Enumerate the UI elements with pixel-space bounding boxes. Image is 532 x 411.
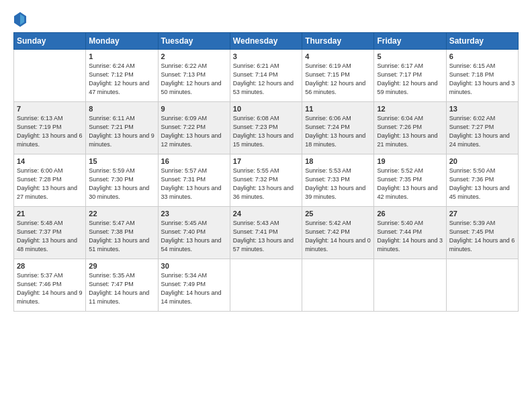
day-cell: 2Sunrise: 6:22 AMSunset: 7:13 PMDaylight… xyxy=(158,50,230,102)
day-cell xyxy=(374,259,446,312)
day-number: 14 xyxy=(17,157,83,165)
day-info: Sunrise: 6:22 AMSunset: 7:13 PMDaylight:… xyxy=(161,62,227,97)
day-info: Sunrise: 5:48 AMSunset: 7:37 PMDaylight:… xyxy=(17,219,83,254)
day-cell: 13Sunrise: 6:02 AMSunset: 7:27 PMDayligh… xyxy=(446,102,518,154)
calendar-page: SundayMondayTuesdayWednesdayThursdayFrid… xyxy=(0,0,532,318)
day-number: 28 xyxy=(17,262,83,270)
day-cell: 28Sunrise: 5:37 AMSunset: 7:46 PMDayligh… xyxy=(14,259,86,312)
week-row-3: 14Sunrise: 6:00 AMSunset: 7:28 PMDayligh… xyxy=(14,154,519,207)
day-number: 22 xyxy=(89,210,154,218)
day-info: Sunrise: 5:45 AMSunset: 7:40 PMDaylight:… xyxy=(161,219,227,254)
day-cell: 1Sunrise: 6:24 AMSunset: 7:12 PMDaylight… xyxy=(86,50,158,102)
day-cell: 27Sunrise: 5:39 AMSunset: 7:45 PMDayligh… xyxy=(446,207,518,259)
day-cell xyxy=(14,50,86,102)
day-cell: 22Sunrise: 5:47 AMSunset: 7:38 PMDayligh… xyxy=(86,207,158,259)
day-info: Sunrise: 5:59 AMSunset: 7:30 PMDaylight:… xyxy=(89,167,154,201)
day-number: 27 xyxy=(449,210,515,218)
day-number: 23 xyxy=(161,210,227,218)
day-info: Sunrise: 6:21 AMSunset: 7:14 PMDaylight:… xyxy=(233,62,299,97)
day-number: 21 xyxy=(17,210,83,218)
day-cell: 5Sunrise: 6:17 AMSunset: 7:17 PMDaylight… xyxy=(374,50,446,102)
day-info: Sunrise: 6:00 AMSunset: 7:28 PMDaylight:… xyxy=(17,167,83,201)
day-info: Sunrise: 5:47 AMSunset: 7:38 PMDaylight:… xyxy=(89,219,154,254)
day-number: 20 xyxy=(449,157,515,165)
day-info: Sunrise: 6:15 AMSunset: 7:18 PMDaylight:… xyxy=(449,62,515,97)
day-info: Sunrise: 6:02 AMSunset: 7:27 PMDaylight:… xyxy=(449,114,515,149)
day-number: 13 xyxy=(449,105,515,113)
day-info: Sunrise: 6:11 AMSunset: 7:21 PMDaylight:… xyxy=(89,114,154,149)
day-info: Sunrise: 6:24 AMSunset: 7:12 PMDaylight:… xyxy=(89,62,154,97)
day-info: Sunrise: 5:40 AMSunset: 7:44 PMDaylight:… xyxy=(377,219,443,254)
header-cell-tuesday: Tuesday xyxy=(158,33,230,50)
day-number: 16 xyxy=(161,157,227,165)
header-row: SundayMondayTuesdayWednesdayThursdayFrid… xyxy=(14,33,519,50)
day-info: Sunrise: 5:39 AMSunset: 7:45 PMDaylight:… xyxy=(449,219,515,254)
day-number: 9 xyxy=(161,105,227,113)
day-number: 2 xyxy=(161,52,227,60)
day-number: 12 xyxy=(377,105,443,113)
day-info: Sunrise: 5:34 AMSunset: 7:49 PMDaylight:… xyxy=(161,271,227,306)
day-number: 26 xyxy=(377,210,443,218)
day-number: 10 xyxy=(233,105,299,113)
day-cell: 11Sunrise: 6:06 AMSunset: 7:24 PMDayligh… xyxy=(302,102,374,154)
day-info: Sunrise: 5:43 AMSunset: 7:41 PMDaylight:… xyxy=(233,219,299,254)
day-cell: 12Sunrise: 6:04 AMSunset: 7:26 PMDayligh… xyxy=(374,102,446,154)
day-cell: 25Sunrise: 5:42 AMSunset: 7:42 PMDayligh… xyxy=(302,207,374,259)
day-number: 3 xyxy=(233,52,299,60)
day-cell xyxy=(446,259,518,312)
day-number: 7 xyxy=(17,105,83,113)
day-cell: 14Sunrise: 6:00 AMSunset: 7:28 PMDayligh… xyxy=(14,154,86,207)
day-number: 11 xyxy=(305,105,371,113)
day-number: 29 xyxy=(89,262,154,270)
week-row-1: 1Sunrise: 6:24 AMSunset: 7:12 PMDaylight… xyxy=(14,50,519,102)
day-cell: 30Sunrise: 5:34 AMSunset: 7:49 PMDayligh… xyxy=(158,259,230,312)
day-info: Sunrise: 5:35 AMSunset: 7:47 PMDaylight:… xyxy=(89,271,154,306)
day-info: Sunrise: 5:53 AMSunset: 7:33 PMDaylight:… xyxy=(305,167,371,201)
day-cell: 15Sunrise: 5:59 AMSunset: 7:30 PMDayligh… xyxy=(86,154,158,207)
day-cell: 18Sunrise: 5:53 AMSunset: 7:33 PMDayligh… xyxy=(302,154,374,207)
day-number: 5 xyxy=(377,52,443,60)
day-info: Sunrise: 5:42 AMSunset: 7:42 PMDaylight:… xyxy=(305,219,371,254)
header-cell-thursday: Thursday xyxy=(302,33,374,50)
day-info: Sunrise: 6:09 AMSunset: 7:22 PMDaylight:… xyxy=(161,114,227,149)
day-number: 17 xyxy=(233,157,299,165)
calendar-table: SundayMondayTuesdayWednesdayThursdayFrid… xyxy=(13,32,519,312)
day-number: 6 xyxy=(449,52,515,60)
day-cell: 24Sunrise: 5:43 AMSunset: 7:41 PMDayligh… xyxy=(230,207,302,259)
header xyxy=(13,12,519,27)
header-cell-friday: Friday xyxy=(374,33,446,50)
day-info: Sunrise: 6:08 AMSunset: 7:23 PMDaylight:… xyxy=(233,114,299,149)
week-row-5: 28Sunrise: 5:37 AMSunset: 7:46 PMDayligh… xyxy=(14,259,519,312)
day-number: 25 xyxy=(305,210,371,218)
day-number: 4 xyxy=(305,52,371,60)
day-info: Sunrise: 6:06 AMSunset: 7:24 PMDaylight:… xyxy=(305,114,371,149)
day-cell: 29Sunrise: 5:35 AMSunset: 7:47 PMDayligh… xyxy=(86,259,158,312)
day-cell: 10Sunrise: 6:08 AMSunset: 7:23 PMDayligh… xyxy=(230,102,302,154)
day-number: 19 xyxy=(377,157,443,165)
header-cell-wednesday: Wednesday xyxy=(230,33,302,50)
logo-icon xyxy=(14,12,26,27)
day-info: Sunrise: 5:57 AMSunset: 7:31 PMDaylight:… xyxy=(161,167,227,201)
day-cell: 4Sunrise: 6:19 AMSunset: 7:15 PMDaylight… xyxy=(302,50,374,102)
header-cell-sunday: Sunday xyxy=(14,33,86,50)
day-info: Sunrise: 5:37 AMSunset: 7:46 PMDaylight:… xyxy=(17,271,83,306)
day-number: 18 xyxy=(305,157,371,165)
day-number: 15 xyxy=(89,157,154,165)
day-cell xyxy=(230,259,302,312)
day-cell xyxy=(302,259,374,312)
day-cell: 19Sunrise: 5:52 AMSunset: 7:35 PMDayligh… xyxy=(374,154,446,207)
day-cell: 20Sunrise: 5:50 AMSunset: 7:36 PMDayligh… xyxy=(446,154,518,207)
logo xyxy=(13,12,26,27)
day-cell: 17Sunrise: 5:55 AMSunset: 7:32 PMDayligh… xyxy=(230,154,302,207)
day-info: Sunrise: 6:13 AMSunset: 7:19 PMDaylight:… xyxy=(17,114,83,149)
day-info: Sunrise: 6:17 AMSunset: 7:17 PMDaylight:… xyxy=(377,62,443,97)
day-cell: 16Sunrise: 5:57 AMSunset: 7:31 PMDayligh… xyxy=(158,154,230,207)
day-cell: 26Sunrise: 5:40 AMSunset: 7:44 PMDayligh… xyxy=(374,207,446,259)
day-number: 24 xyxy=(233,210,299,218)
day-info: Sunrise: 5:55 AMSunset: 7:32 PMDaylight:… xyxy=(233,167,299,201)
day-cell: 9Sunrise: 6:09 AMSunset: 7:22 PMDaylight… xyxy=(158,102,230,154)
day-cell: 6Sunrise: 6:15 AMSunset: 7:18 PMDaylight… xyxy=(446,50,518,102)
week-row-2: 7Sunrise: 6:13 AMSunset: 7:19 PMDaylight… xyxy=(14,102,519,154)
day-info: Sunrise: 6:04 AMSunset: 7:26 PMDaylight:… xyxy=(377,114,443,149)
day-info: Sunrise: 6:19 AMSunset: 7:15 PMDaylight:… xyxy=(305,62,371,97)
